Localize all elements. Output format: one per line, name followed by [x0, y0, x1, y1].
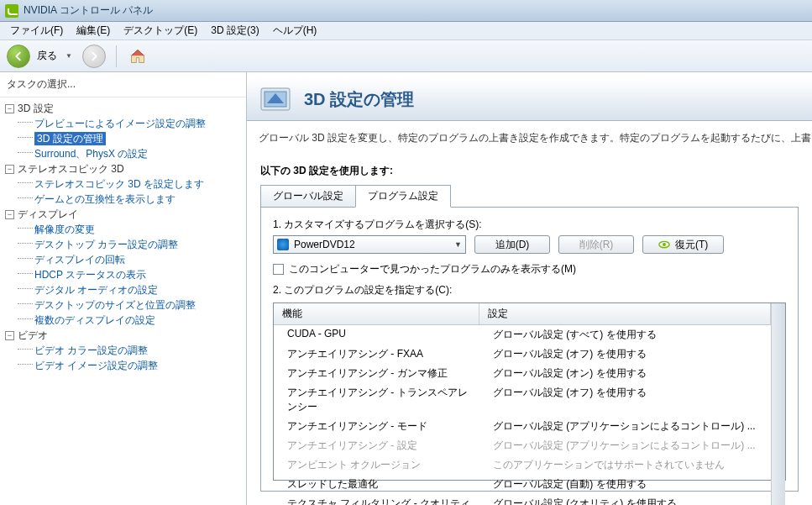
settings-row: アンビエント オクルージョンこのアプリケーションではサポートされていません [274, 455, 771, 475]
tree-item[interactable]: ビデオ カラー設定の調整 [5, 343, 241, 358]
tree-group-label: ディスプレイ [18, 208, 78, 221]
menu-desktop[interactable]: デスクトップ(E) [117, 22, 204, 39]
svg-point-3 [663, 243, 666, 246]
tree-item[interactable]: デスクトップ カラー設定の調整 [5, 237, 241, 252]
tree-item[interactable]: ディスプレイの回転 [5, 252, 241, 267]
settings-row[interactable]: テクスチャ フィルタリング - クオリティグローバル設定 (クオリティ) を使用… [274, 494, 771, 505]
tree-group[interactable]: −ビデオ [5, 328, 241, 343]
settings-row[interactable]: アンチエイリアシング - トランスペアレンシーグローバル設定 (オフ) を使用す… [274, 383, 771, 417]
tree-toggle-icon[interactable]: − [5, 331, 14, 340]
tree-item[interactable]: HDCP ステータスの表示 [5, 267, 241, 282]
page-description: グローバル 3D 設定を変更し、特定のプログラムの上書き設定を作成できます。特定… [247, 121, 812, 155]
program-select[interactable]: PowerDVD12 ▼ [273, 235, 466, 254]
tab-global-settings[interactable]: グローバル設定 [260, 185, 356, 208]
tree-toggle-icon[interactable]: − [5, 104, 14, 113]
tree-toggle-icon[interactable]: − [5, 210, 14, 219]
tree-item-label: ステレオスコピック 3D を設定します [34, 177, 204, 191]
settings-feature: アンチエイリアシング - 設定 [274, 436, 479, 455]
only-found-label: このコンピューターで見つかったプログラムのみを表示する(M) [289, 262, 576, 276]
menu-3d[interactable]: 3D 設定(3) [204, 22, 265, 39]
tree-item-label: 3D 設定の管理 [34, 132, 106, 145]
menu-file[interactable]: ファイル(F) [3, 22, 70, 39]
program-app-icon [277, 239, 289, 250]
sidebar-header: タスクの選択... [0, 72, 246, 97]
menu-edit[interactable]: 編集(E) [70, 22, 117, 39]
step1-label: 1. カスタマイズするプログラムを選択する(S): [273, 218, 786, 232]
back-history-dropdown[interactable]: ▼ [65, 52, 72, 60]
sidebar: タスクの選択... −3D 設定プレビューによるイメージ設定の調整3D 設定の管… [0, 72, 247, 505]
settings-row[interactable]: アンチエイリアシング - ガンマ修正グローバル設定 (オン) を使用する [274, 364, 771, 383]
settings-value: グローバル設定 (オン) を使用する [479, 364, 771, 383]
back-label: 戻る [37, 49, 57, 63]
tree-item-label: デスクトップ カラー設定の調整 [34, 238, 178, 251]
col-header-feature: 機能 [274, 303, 479, 324]
settings-value: グローバル設定 (アプリケーションによるコントロール) ... [479, 436, 771, 455]
settings-row[interactable]: アンチエイリアシング - モードグローバル設定 (アプリケーションによるコントロ… [274, 417, 771, 436]
tree-item-label: Surround、PhysX の設定 [34, 147, 148, 160]
menu-help[interactable]: ヘルプ(H) [266, 22, 324, 39]
settings-scrollbar[interactable] [771, 303, 785, 505]
tree-item[interactable]: 複数のディスプレイの設定 [5, 313, 241, 328]
settings-feature: アンチエイリアシング - ガンマ修正 [274, 364, 479, 383]
settings-feature: アンチエイリアシング - モード [274, 417, 479, 436]
home-button[interactable] [127, 45, 149, 67]
settings-row[interactable]: スレッドした最適化グローバル設定 (自動) を使用する [274, 475, 771, 494]
settings-feature: CUDA - GPU [274, 325, 479, 345]
settings-table-body: CUDA - GPUグローバル設定 (すべて) を使用するアンチエイリアシング … [274, 325, 771, 505]
settings-value: グローバル設定 (オフ) を使用する [479, 345, 771, 364]
page-title: 3D 設定の管理 [304, 88, 414, 111]
settings-table-header: 機能 設定 [274, 303, 771, 325]
settings-row[interactable]: アンチエイリアシング - FXAAグローバル設定 (オフ) を使用する [274, 345, 771, 364]
add-button[interactable]: 追加(D) [474, 235, 550, 254]
settings-table: 機能 設定 CUDA - GPUグローバル設定 (すべて) を使用するアンチエイ… [273, 302, 786, 481]
content-area: 3D 設定の管理 グローバル 3D 設定を変更し、特定のプログラムの上書き設定を… [247, 72, 812, 505]
restore-button[interactable]: 復元(T) [642, 235, 724, 254]
settings-value: グローバル設定 (クオリティ) を使用する [479, 494, 771, 505]
tree-item[interactable]: デスクトップのサイズと位置の調整 [5, 297, 241, 313]
toolbar: 戻る ▼ [0, 40, 812, 72]
settings-feature: スレッドした最適化 [274, 475, 479, 494]
tree-item-label: ディスプレイの回転 [34, 253, 125, 266]
tree-item[interactable]: ステレオスコピック 3D を設定します [5, 176, 241, 192]
tree-item-label: デスクトップのサイズと位置の調整 [34, 298, 196, 312]
settings-value: グローバル設定 (アプリケーションによるコントロール) ... [479, 417, 771, 436]
step2-label: 2. このプログラムの設定を指定する(C): [273, 283, 786, 297]
tree-item[interactable]: ゲームとの互換性を表示します [5, 192, 241, 207]
window-title: NVIDIA コントロール パネル [24, 3, 153, 18]
settings-value: グローバル設定 (すべて) を使用する [479, 325, 771, 345]
col-header-setting: 設定 [479, 303, 771, 324]
section-title: 以下の 3D 設定を使用します: [247, 155, 812, 185]
tree-item[interactable]: デジタル オーディオの設定 [5, 282, 241, 297]
tab-program-settings[interactable]: プログラム設定 [355, 185, 451, 208]
settings-row[interactable]: CUDA - GPUグローバル設定 (すべて) を使用する [274, 325, 771, 345]
settings-row: アンチエイリアシング - 設定グローバル設定 (アプリケーションによるコントロー… [274, 436, 771, 455]
tree-item[interactable]: 3D 設定の管理 [5, 131, 241, 146]
tree-item[interactable]: 解像度の変更 [5, 222, 241, 237]
chevron-down-icon: ▼ [454, 240, 462, 249]
titlebar: NVIDIA コントロール パネル [0, 0, 812, 22]
page-header: 3D 設定の管理 [247, 79, 812, 121]
settings-feature: アンチエイリアシング - FXAA [274, 345, 479, 364]
tree-group[interactable]: −ディスプレイ [5, 207, 241, 222]
menubar: ファイル(F) 編集(E) デスクトップ(E) 3D 設定(3) ヘルプ(H) [0, 22, 812, 40]
back-button[interactable] [7, 45, 30, 68]
tree-toggle-icon[interactable]: − [5, 165, 14, 174]
tree-item[interactable]: ビデオ イメージ設定の調整 [5, 358, 241, 373]
tree-item-label: ゲームとの互換性を表示します [34, 192, 175, 206]
remove-button[interactable]: 削除(R) [558, 235, 634, 254]
settings-value: グローバル設定 (オフ) を使用する [479, 383, 771, 417]
tab-panel: 1. カスタマイズするプログラムを選択する(S): PowerDVD12 ▼ 追… [260, 207, 799, 492]
only-found-checkbox[interactable] [273, 264, 284, 275]
forward-button[interactable] [82, 45, 106, 68]
tree-item[interactable]: Surround、PhysX の設定 [5, 146, 241, 161]
tree-group[interactable]: −3D 設定 [5, 101, 241, 116]
program-select-value: PowerDVD12 [294, 239, 449, 250]
nvidia-eye-icon [658, 239, 670, 250]
tree-item-label: プレビューによるイメージ設定の調整 [34, 117, 206, 130]
tree-group[interactable]: −ステレオスコピック 3D [5, 161, 241, 176]
tree-group-label: 3D 設定 [18, 102, 54, 115]
tree-group-label: ステレオスコピック 3D [18, 162, 124, 176]
tree-group-label: ビデオ [18, 329, 48, 342]
tree-item[interactable]: プレビューによるイメージ設定の調整 [5, 116, 241, 131]
nvidia-icon [5, 4, 18, 18]
